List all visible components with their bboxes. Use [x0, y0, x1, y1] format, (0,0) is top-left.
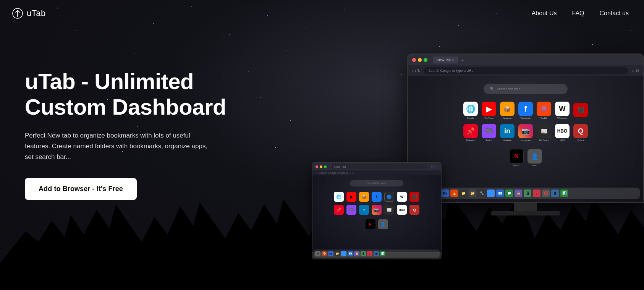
app-row-2: 📌 Pinterest 🎮 Twitch in: [463, 124, 588, 141]
tab-area: New Tab × +: [433, 57, 464, 63]
laptop-google: 🌐: [334, 192, 344, 202]
nav-links: About Us FAQ Contact us: [532, 10, 629, 17]
laptop-ig: 📷: [372, 205, 382, 215]
screen-search-icon: 🔍: [490, 87, 494, 91]
laptop-extra: ⬛: [409, 192, 419, 202]
cta-button[interactable]: Add to Browser - It's Free: [25, 178, 137, 200]
browser-tab: New Tab ×: [433, 57, 458, 63]
app-extra-photo: 👤 Help: [527, 149, 542, 167]
monitor-content: 🔍 Search the web 🌐 Google: [408, 76, 643, 202]
app-pinterest: 📌 Pinterest: [463, 124, 478, 141]
laptop-row-2: 📌 🎮 in 📷 📰 HBO Q: [334, 205, 419, 215]
app-wikipedia: W Wikipedia: [555, 102, 570, 119]
monitor-screen: New Tab × + ‹ › ↻ Search Google or type …: [407, 53, 644, 203]
dock-icon-17: 📊: [560, 190, 568, 197]
dock-icon-15: ⭕: [542, 190, 550, 197]
dock-bar: ⚙ 🌟 🎨 Ps 🔥 📁 📂 🔧 🌐 📧 💬 🔒 📱 ♪ ⭕ 🗑: [411, 188, 640, 199]
app-extra1: ⬛: [573, 103, 588, 118]
logo-icon: [11, 7, 24, 19]
browser-bar: New Tab × +: [408, 55, 643, 65]
app-instagram: 📷 Instagram: [518, 124, 533, 141]
dock-icon-5: 🔥: [450, 190, 458, 197]
devices-container: New Tab × + ‹ › ↻ Search Google or type …: [300, 31, 644, 290]
logo[interactable]: uTab: [11, 7, 46, 19]
app-row-1: 🌐 Google ▶ YouTube 📦: [463, 102, 588, 119]
nav-about[interactable]: About Us: [532, 10, 557, 17]
stand-neck: [514, 203, 537, 211]
laptop-minimize: [320, 165, 322, 168]
laptop-hbo: HBO: [397, 205, 407, 215]
dock-icon-16: 🗑: [551, 190, 559, 197]
app-quora: Q Quora: [573, 124, 588, 141]
dock-icon-4: Ps: [441, 190, 449, 197]
laptop-twitch: 🎮: [346, 205, 356, 215]
laptop-help: 👤: [378, 219, 388, 229]
laptop-fb: f: [372, 192, 382, 202]
laptop-pinterest: 📌: [334, 205, 344, 215]
url-bar: Search Google or type a URL: [424, 67, 628, 74]
hero-description: Perfect New tab to organize bookmarks wi…: [25, 130, 216, 162]
navbar: uTab About Us FAQ Contact us: [0, 0, 644, 27]
laptop-maximize: [324, 165, 327, 168]
screen-search-bar: 🔍 Search the web: [484, 84, 568, 94]
nav-contact[interactable]: Contact us: [600, 10, 629, 17]
monitor-stand: [407, 203, 644, 215]
laptop-dock: ⚙ 🎨 Ps 📁 🌐 📧 🔒 📱 ♪ 🗑 📊: [314, 249, 440, 253]
app-linkedin: in LinkedIn: [500, 124, 515, 141]
laptop-url-bar: ‹ › Search Google or type a URL: [312, 170, 441, 175]
laptop-dark: 🔵: [384, 192, 394, 202]
laptop-app-grid: 🌐 ▶ 📦 f 🔵 W ⬛ 📌 🎮 in 📷 📰 HB: [317, 192, 436, 229]
dock-icon-11: 💬: [505, 190, 513, 197]
laptop-content: Search the web 🌐 ▶ 📦 f 🔵 W ⬛ 📌 🎮: [312, 175, 441, 252]
dock-icon-6: 📁: [460, 190, 467, 197]
dock-icon-12: 🔒: [515, 190, 522, 197]
laptop-screen: New Tab + ⋯ ‹ › Search Google or type a …: [312, 162, 442, 253]
hero-title: uTab - Unlimited Custom Dashboard: [25, 69, 239, 120]
laptop-nyt: 📰: [384, 205, 394, 215]
laptop-wiki: W: [397, 192, 407, 202]
app-hbo: HBO HBO: [555, 124, 570, 141]
nav-faq[interactable]: FAQ: [572, 10, 584, 17]
dock-icon-10: 📧: [496, 190, 504, 197]
url-bar-row: ‹ › ↻ Search Google or type a URL ⊕ ⚙: [408, 65, 643, 76]
minimize-button: [418, 58, 422, 62]
app-row-3: N Netflix 👤 Help: [509, 149, 542, 167]
app-nytimes: 📰 NYTimes: [537, 124, 551, 141]
traffic-lights: [412, 58, 427, 62]
dock-icon-8: 🔧: [478, 190, 485, 197]
dock-icon-13: 📱: [524, 190, 531, 197]
laptop-netflix: N: [366, 219, 375, 229]
laptop-yt: ▶: [346, 192, 356, 202]
hero-text-block: uTab - Unlimited Custom Dashboard Perfec…: [25, 69, 239, 200]
dock-icon-14: ♪: [533, 190, 540, 197]
dock-icon-7: 📂: [469, 190, 476, 197]
app-youtube: ▶ YouTube: [482, 102, 496, 119]
stand-base: [491, 211, 560, 215]
laptop-search: Search the web: [350, 180, 403, 186]
app-facebook: f Facebook: [518, 102, 533, 119]
close-button: [412, 58, 416, 62]
laptop-quora: Q: [409, 205, 419, 215]
logo-text: uTab: [27, 8, 46, 18]
app-grid: 🌐 Google ▶ YouTube 📦: [416, 102, 635, 167]
laptop-linkedin: in: [359, 205, 369, 215]
laptop-row-3: N 👤: [366, 219, 388, 229]
app-netflix: N Netflix: [509, 149, 524, 167]
app-amazon: 📦 Amazon: [500, 102, 515, 119]
maximize-button: [424, 58, 427, 62]
laptop-close: [316, 165, 318, 168]
laptop-row-1: 🌐 ▶ 📦 f 🔵 W ⬛: [334, 192, 419, 202]
laptop-amazon: 📦: [359, 192, 369, 202]
dock-icon-9: 🌐: [487, 190, 495, 197]
desktop-monitor: New Tab × + ‹ › ↻ Search Google or type …: [407, 53, 644, 215]
app-google: 🌐 Google: [463, 102, 478, 119]
app-twitch: 🎮 Twitch: [482, 124, 496, 141]
screen-search-text: Search the web: [497, 87, 521, 91]
laptop-browser-bar: New Tab + ⋯: [312, 163, 441, 170]
laptop: New Tab + ⋯ ‹ › Search Google or type a …: [312, 162, 442, 259]
app-reddit: 👾 Reddit: [537, 102, 551, 119]
